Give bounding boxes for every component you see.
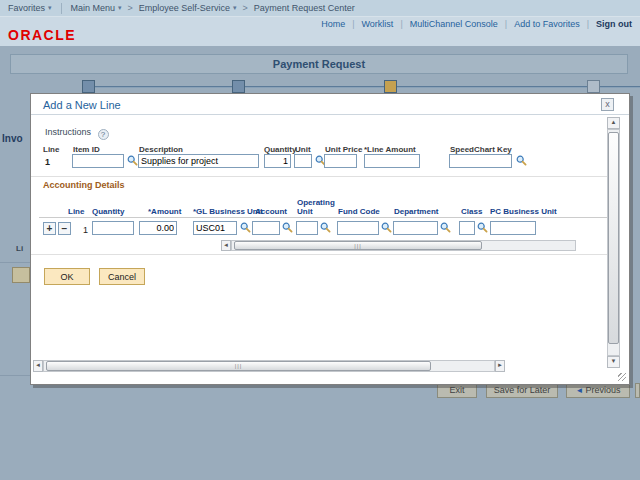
class-lookup-icon[interactable] (477, 222, 488, 233)
speedchart-key-field[interactable] (449, 154, 512, 168)
breadcrumb-employee-self-service[interactable]: Employee Self-Service ▾ (139, 3, 237, 13)
modal-horizontal-scrollbar[interactable]: ||| (43, 360, 495, 372)
chevron-down-icon: ▾ (118, 4, 122, 12)
multichannel-console-link[interactable]: MultiChannel Console (410, 19, 498, 29)
favorites-menu[interactable]: Favorites ▾ (8, 3, 52, 13)
background-invoice-label: Invo (2, 133, 23, 144)
line-amount-field[interactable] (364, 154, 420, 168)
acct-col-fund-code: Fund Code (338, 207, 380, 216)
class-field[interactable] (459, 221, 475, 235)
acct-amount-field[interactable] (139, 221, 177, 235)
train-stop-4[interactable] (587, 80, 600, 93)
ok-button[interactable]: OK (44, 268, 90, 285)
col-description: Description (139, 145, 183, 154)
col-unit: Unit (295, 145, 311, 154)
department-lookup-icon[interactable] (440, 222, 451, 233)
home-link[interactable]: Home (321, 19, 345, 29)
acct-col-account: Account (255, 207, 287, 216)
grid-horizontal-scrollbar[interactable]: ||| (231, 240, 576, 251)
modal-scroll-down-arrow[interactable]: ▼ (607, 356, 620, 368)
exit-button[interactable]: Exit (437, 383, 477, 398)
resize-grip[interactable] (618, 373, 626, 381)
background-divider (0, 375, 30, 376)
modal-vertical-scrollbar[interactable] (607, 129, 620, 356)
breadcrumb-separator: > (128, 3, 133, 13)
acct-line-number: 1 (83, 225, 88, 235)
arrow-left-icon: ◄ (223, 242, 229, 248)
accounting-grid-header: Line Quantity *Amount *GL Business Unit … (31, 190, 607, 217)
operating-unit-lookup-icon[interactable] (320, 222, 331, 233)
col-unit-price: Unit Price (325, 145, 362, 154)
background-divider (0, 262, 30, 263)
unit-price-field[interactable] (324, 154, 357, 168)
description-field[interactable] (138, 154, 259, 168)
modal-scroll-left-arrow[interactable]: ◄ (33, 360, 43, 372)
breadcrumb-payment-request-center[interactable]: Payment Request Center (254, 3, 355, 13)
account-lookup-icon[interactable] (282, 222, 293, 233)
dialog-header: Add a New Line x (31, 94, 629, 115)
col-speedchart-key: SpeedChart Key (450, 145, 512, 154)
cancel-button[interactable]: Cancel (99, 268, 145, 285)
arrow-up-icon: ▲ (611, 119, 617, 125)
unit-field[interactable] (294, 154, 312, 168)
quantity-field[interactable] (264, 154, 291, 168)
train-stop-2[interactable] (232, 80, 245, 93)
background-line-label: Li (16, 244, 23, 253)
sign-out-link[interactable]: Sign out (596, 19, 632, 29)
favorites-label: Favorites (8, 3, 45, 13)
modal-hscroll-thumb[interactable]: ||| (46, 361, 431, 371)
close-icon[interactable]: x (601, 98, 614, 111)
instructions-link[interactable]: Instructions (45, 127, 91, 137)
account-field[interactable] (252, 221, 280, 235)
add-row-button[interactable]: + (43, 222, 56, 235)
operating-unit-field[interactable] (296, 221, 318, 235)
acct-col-line: Line (68, 207, 84, 216)
acct-quantity-field[interactable] (92, 221, 134, 235)
next-button-partial[interactable] (635, 383, 640, 398)
acct-col-class: Class (461, 207, 482, 216)
worklist-link[interactable]: Worklist (362, 19, 394, 29)
acct-col-amount: *Amount (148, 207, 181, 216)
modal-scroll-right-arrow[interactable]: ► (495, 360, 505, 372)
modal-vscroll-thumb[interactable] (608, 132, 619, 344)
item-id-field[interactable] (72, 154, 124, 168)
save-for-later-button[interactable]: Save for Later (486, 383, 558, 398)
nav-divider: | (587, 19, 589, 29)
acct-col-operating-unit: Operating Unit (297, 198, 337, 216)
arrow-down-icon: ▼ (611, 358, 617, 364)
breadcrumb-divider (61, 3, 62, 14)
breadcrumb: Favorites ▾ Main Menu ▾ > Employee Self-… (0, 0, 640, 17)
train-stop-current[interactable] (384, 80, 397, 93)
nav-divider: | (505, 19, 507, 29)
gl-business-unit-field[interactable] (193, 221, 237, 235)
add-to-favorites-link[interactable]: Add to Favorites (514, 19, 580, 29)
speedchart-lookup-icon[interactable] (516, 155, 527, 166)
train-stop-1[interactable] (82, 80, 95, 93)
previous-button[interactable]: ◄Previous (566, 383, 630, 398)
item-id-lookup-icon[interactable] (127, 155, 138, 166)
nav-divider: | (400, 19, 402, 29)
help-icon[interactable]: ? (98, 129, 109, 140)
acct-col-pc-business-unit: PC Business Unit (490, 207, 557, 216)
department-field[interactable] (393, 221, 438, 235)
accounting-details-title: Accounting Details (43, 180, 125, 190)
fund-code-lookup-icon[interactable] (381, 222, 392, 233)
grid-scroll-left-arrow[interactable]: ◄ (221, 240, 231, 251)
dialog-title: Add a New Line (43, 99, 121, 111)
acct-col-department: Department (394, 207, 438, 216)
grid-scroll-thumb[interactable]: ||| (234, 241, 482, 250)
section-divider (31, 176, 607, 177)
acct-col-quantity: Quantity (92, 207, 124, 216)
grip-icon: ||| (235, 363, 243, 369)
delete-row-button[interactable]: − (58, 222, 71, 235)
main-menu[interactable]: Main Menu ▾ (71, 3, 122, 13)
breadcrumb-separator: > (242, 3, 247, 13)
background-button-partial[interactable] (12, 267, 30, 283)
pc-business-unit-field[interactable] (490, 221, 536, 235)
fund-code-field[interactable] (337, 221, 379, 235)
modal-scroll-up-arrow[interactable]: ▲ (607, 117, 620, 129)
chevron-down-icon: ▾ (233, 4, 237, 12)
gl-business-unit-lookup-icon[interactable] (240, 222, 251, 233)
grid-header-rule (39, 217, 607, 218)
arrow-left-icon: ◄ (35, 362, 41, 368)
